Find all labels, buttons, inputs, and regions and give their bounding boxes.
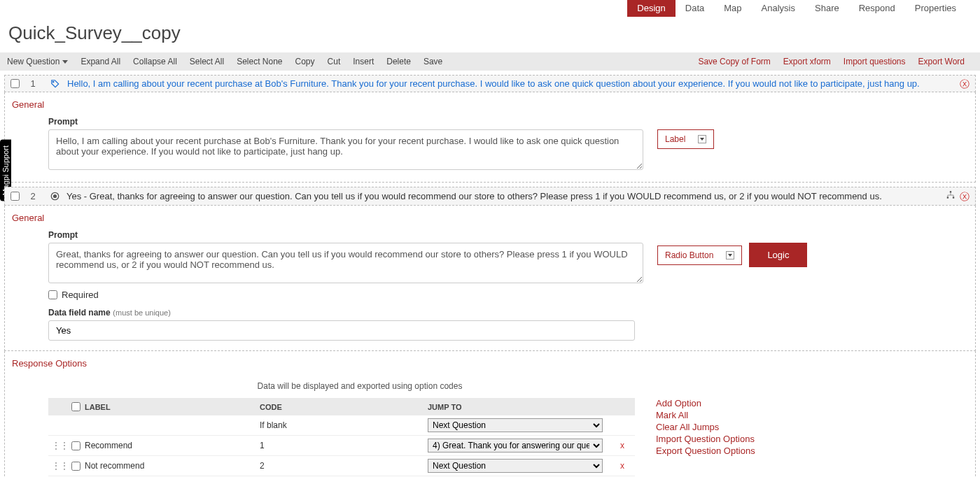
tb-new-question[interactable]: New Question [7, 57, 68, 66]
tab-respond[interactable]: Respond [849, 0, 905, 17]
tb-expand-all[interactable]: Expand All [80, 57, 120, 66]
tb-save[interactable]: Save [424, 57, 442, 66]
svg-point-2 [53, 194, 57, 198]
delete-question-icon[interactable]: ⓧ [960, 79, 969, 89]
question-type-label: Label [665, 134, 685, 144]
option-row: ⋮⋮ Recommend 1 4) Great. Thank you for a… [48, 436, 635, 456]
jump-select-blank[interactable]: Next Question 4) Great. Thank you for an… [428, 418, 603, 432]
jump-select[interactable]: 4) Great. Thank you for answering our qu… [428, 439, 603, 453]
drag-handle-icon[interactable]: ⋮⋮ [54, 441, 66, 450]
caret-down-icon [62, 60, 68, 64]
tag-icon [50, 79, 60, 89]
logic-button[interactable]: Logic [749, 243, 807, 267]
tb-export-word[interactable]: Export Word [918, 57, 965, 66]
tab-properties[interactable]: Properties [905, 0, 966, 17]
field-name-hint: (must be unique) [113, 308, 171, 317]
tb-copy[interactable]: Copy [295, 57, 315, 66]
tb-save-copy[interactable]: Save Copy of Form [698, 57, 770, 66]
response-options-section: Response Options Data will be displayed … [4, 351, 976, 477]
options-table: LABEL CODE JUMP TO If blank Next Questio… [48, 398, 635, 476]
tb-import-questions[interactable]: Import questions [844, 57, 906, 66]
response-options-note: Data will be displayed and exported usin… [48, 376, 671, 398]
tab-map[interactable]: Map [714, 0, 751, 17]
question-type-label: Radio Button [665, 250, 713, 260]
tb-select-none[interactable]: Select None [237, 57, 282, 66]
prompt-label: Prompt [48, 230, 643, 240]
tab-design[interactable]: Design [627, 0, 675, 17]
tab-share[interactable]: Share [805, 0, 849, 17]
question-type-select[interactable]: Radio Button [657, 245, 742, 265]
svg-rect-4 [947, 197, 948, 198]
required-checkbox[interactable] [48, 290, 57, 299]
svg-point-0 [52, 81, 54, 83]
page-title: Quick_Survey__copy [0, 17, 980, 52]
option-checkbox[interactable] [71, 441, 80, 450]
question-header-2[interactable]: 2 Yes - Great, thanks for agreeing to an… [4, 187, 976, 206]
options-header-checkbox[interactable] [71, 402, 80, 411]
prompt-textarea-2[interactable] [48, 243, 643, 283]
delete-option-icon[interactable]: x [615, 461, 629, 471]
col-header-label: LABEL [85, 403, 260, 411]
delete-option-icon[interactable]: x [615, 441, 629, 450]
tb-export-xform[interactable]: Export xform [783, 57, 831, 66]
link-add-option[interactable]: Add Option [656, 398, 755, 408]
jump-select[interactable]: Next Question 4) Great. Thank you for an… [428, 459, 603, 473]
option-label[interactable]: Recommend [85, 441, 260, 450]
tb-delete[interactable]: Delete [386, 57, 411, 66]
question-title: Hello, I am calling about your recent pu… [67, 78, 960, 89]
tab-analysis[interactable]: Analysis [752, 0, 805, 17]
question-number: 1 [27, 78, 39, 89]
blank-code-label: If blank [260, 420, 428, 430]
question-checkbox-2[interactable] [10, 192, 20, 201]
tb-select-all[interactable]: Select All [190, 57, 224, 66]
field-name-label: Data field name [48, 308, 111, 318]
question-body-2: General Prompt Radio Button Logic Requir… [4, 206, 976, 351]
top-nav: Design Data Map Analysis Share Respond P… [0, 0, 980, 17]
col-header-jump: JUMP TO [428, 403, 615, 411]
option-links: Add Option Mark All Clear All Jumps Impo… [656, 398, 755, 456]
question-checkbox-1[interactable] [10, 79, 20, 88]
option-code[interactable]: 1 [260, 441, 428, 450]
tb-insert[interactable]: Insert [353, 57, 374, 66]
option-code[interactable]: 2 [260, 461, 428, 471]
link-mark-all[interactable]: Mark All [656, 410, 755, 420]
section-heading-general: General [12, 99, 968, 110]
question-body-1: General Prompt Label [4, 92, 976, 183]
svg-rect-5 [953, 197, 954, 198]
response-options-heading: Response Options [12, 358, 968, 369]
option-row: ⋮⋮ Not recommend 2 Next Question 4) Grea… [48, 456, 635, 476]
tb-cut[interactable]: Cut [328, 57, 341, 66]
question-title: Yes - Great, thanks for agreeing to answ… [66, 191, 946, 201]
link-export-options[interactable]: Export Question Options [656, 446, 755, 456]
option-checkbox[interactable] [71, 462, 80, 471]
toolbar: New Question Expand All Collapse All Sel… [0, 52, 980, 71]
field-name-input[interactable] [48, 320, 635, 341]
prompt-label: Prompt [48, 117, 643, 127]
delete-question-icon[interactable]: ⓧ [960, 192, 969, 201]
option-row-blank: If blank Next Question 4) Great. Thank y… [48, 415, 635, 436]
section-heading-general: General [12, 213, 968, 223]
option-label[interactable]: Not recommend [85, 461, 260, 471]
logic-tree-icon[interactable] [946, 190, 955, 202]
tb-collapse-all[interactable]: Collapse All [133, 57, 177, 66]
radio-icon [50, 192, 59, 201]
link-import-options[interactable]: Import Question Options [656, 434, 755, 444]
question-number: 2 [27, 191, 39, 201]
link-clear-jumps[interactable]: Clear All Jumps [656, 422, 755, 432]
prompt-textarea-1[interactable] [48, 129, 643, 170]
question-header-1[interactable]: 1 Hello, I am calling about your recent … [4, 75, 976, 92]
tab-data[interactable]: Data [676, 0, 714, 17]
question-type-select[interactable]: Label [657, 129, 714, 149]
chevron-down-icon [726, 251, 734, 259]
drag-handle-icon[interactable]: ⋮⋮ [54, 461, 66, 471]
col-header-code: CODE [260, 403, 428, 411]
chevron-down-icon [698, 135, 706, 143]
required-label: Required [62, 290, 99, 300]
svg-rect-3 [950, 191, 951, 192]
